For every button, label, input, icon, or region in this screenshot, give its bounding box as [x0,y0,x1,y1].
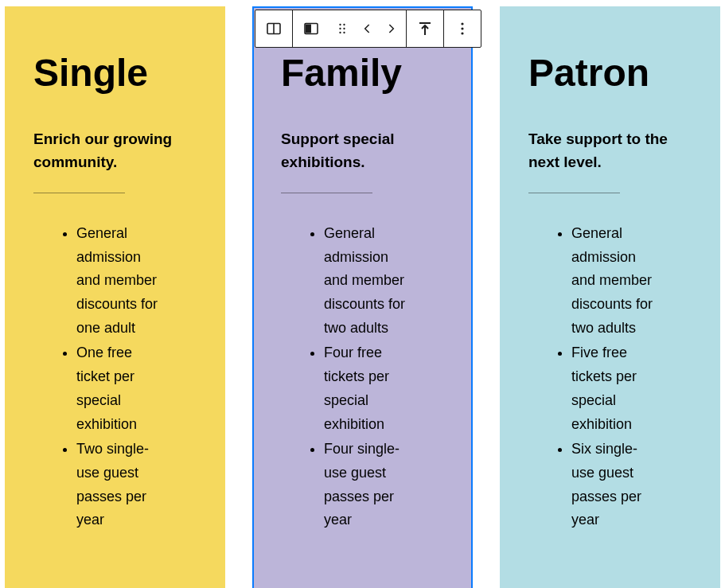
columns-block: Single Enrich our growing community. Gen… [5,6,720,588]
toolbar-group-block [293,10,407,47]
separator [528,193,620,193]
more-vertical-icon [453,19,472,38]
list-item: Four free tickets per special exhibition [324,341,444,436]
svg-point-8 [339,32,341,33]
block-toolbar [255,10,481,48]
svg-rect-3 [306,25,311,33]
feature-list: General admission and member discounts f… [33,222,197,532]
list-item: Five free tickets per special exhibition [571,341,692,436]
vertical-align-top-icon [415,19,435,38]
chevron-right-icon [383,21,399,37]
column-subtitle: Support special exhibitions. [281,128,444,173]
block-type-column-button[interactable] [293,10,329,47]
svg-point-5 [343,24,345,25]
toolbar-group-options [444,10,481,47]
svg-point-13 [461,27,463,29]
list-item: General admission and member discounts f… [76,222,197,340]
list-item: Four single-use guest passes per year [324,438,444,532]
column-patron[interactable]: Patron Take support to the next level. G… [500,6,720,588]
chevron-left-icon [360,21,376,37]
svg-point-4 [339,24,341,25]
svg-point-14 [461,32,463,34]
column-subtitle: Enrich our growing community. [33,128,197,173]
list-item: Two single-use guest passes per year [76,438,197,532]
select-parent-columns-button[interactable] [255,10,292,47]
toolbar-group-parent [255,10,293,47]
svg-point-9 [343,32,345,33]
options-button[interactable] [444,10,481,47]
feature-list: General admission and member discounts f… [528,222,692,532]
vertical-align-button[interactable] [407,10,443,47]
separator [33,193,125,193]
svg-point-12 [461,22,463,25]
list-item: One free ticket per special exhibition [76,341,197,436]
svg-point-6 [339,28,341,29]
separator [281,193,372,193]
columns-icon [264,19,283,38]
move-left-button[interactable] [355,10,380,47]
move-right-button[interactable] [380,10,406,47]
column-subtitle: Take support to the next level. [528,128,692,173]
column-title: Single [33,51,197,95]
svg-point-7 [343,28,345,29]
column-title: Family [281,51,444,95]
drag-handle-icon [334,21,350,37]
list-item: Six single-use guest passes per year [571,438,692,532]
column-icon [302,19,321,38]
drag-handle[interactable] [329,10,355,47]
column-single[interactable]: Single Enrich our growing community. Gen… [5,6,225,588]
list-item: General admission and member discounts f… [571,222,692,340]
column-title: Patron [528,51,692,95]
feature-list: General admission and member discounts f… [281,222,444,532]
list-item: General admission and member discounts f… [324,222,444,340]
column-family[interactable]: Family Support special exhibitions. Gene… [252,6,473,588]
toolbar-group-align [407,10,444,47]
